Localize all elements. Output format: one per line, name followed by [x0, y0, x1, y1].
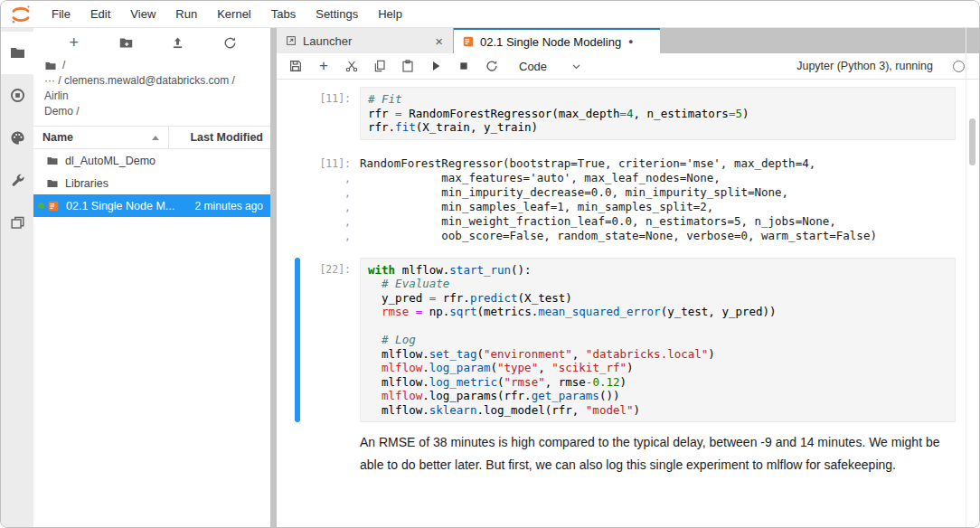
scissors-icon — [344, 59, 359, 73]
menu-run[interactable]: Run — [165, 7, 207, 21]
plus-icon: + — [319, 57, 328, 75]
jupyterlab-window: File Edit View Run Kernel Tabs Settings … — [0, 0, 980, 528]
copy-icon — [372, 59, 387, 73]
cell-prompt — [300, 429, 360, 476]
breadcrumb-path[interactable]: ··· / clemens.mewald@databricks.com / Ai… — [44, 73, 261, 104]
refresh-button[interactable] — [220, 33, 240, 52]
file-row[interactable]: 02.1 Single Node M...2 minutes ago — [33, 194, 270, 217]
unsaved-changes-dot[interactable]: ● — [628, 37, 633, 46]
menu-file[interactable]: File — [42, 7, 80, 21]
chevron-down-icon — [570, 61, 582, 72]
code-editor[interactable]: # Fitrfr = RandomForestRegressor(max_dep… — [360, 87, 956, 140]
stop-button[interactable] — [456, 58, 472, 74]
home-folder-icon — [44, 60, 57, 72]
tab-notebook[interactable]: 02.1 Single Node Modeling ● — [454, 28, 660, 53]
paste-cells-button[interactable] — [400, 58, 416, 74]
copy-cells-button[interactable] — [372, 58, 388, 74]
refresh-icon — [222, 35, 238, 51]
kernel-indicator-icon — [953, 61, 965, 72]
sidebar-tab-files[interactable] — [1, 32, 33, 74]
upload-button[interactable] — [168, 33, 188, 52]
close-tab-button[interactable]: × — [433, 34, 445, 48]
sidebar-tab-inspector[interactable] — [1, 159, 33, 202]
code-editor[interactable]: with mlflow.start_run(): # Evaluate y_pr… — [360, 258, 956, 423]
sidebar-tab-commands[interactable] — [1, 117, 33, 159]
folder-icon — [46, 155, 59, 167]
new-folder-button[interactable] — [116, 33, 136, 52]
stop-icon — [457, 59, 471, 73]
file-list-header: Name Last Modified — [33, 126, 270, 149]
jupyter-logo-icon — [9, 3, 33, 26]
tab-launcher[interactable]: Launcher × — [277, 28, 454, 53]
notebook-icon — [462, 35, 475, 48]
menu-edit[interactable]: Edit — [80, 7, 120, 21]
menu-view[interactable]: View — [120, 7, 165, 21]
panel-divider[interactable] — [270, 28, 277, 527]
sidebar-tab-running[interactable] — [1, 74, 33, 117]
wrench-icon — [9, 172, 26, 189]
launcher-icon — [285, 34, 297, 47]
tab-label: Launcher — [303, 34, 352, 48]
file-name: 02.1 Single Node M... — [66, 200, 174, 212]
restart-kernel-button[interactable] — [484, 58, 500, 74]
add-cell-button[interactable]: + — [316, 58, 332, 74]
markdown-cell: An RMSE of 38 minutes is high compared t… — [295, 429, 956, 476]
markdown-text: An RMSE of 38 minutes is high compared t… — [360, 429, 956, 476]
sidebar-tab-open-tabs[interactable] — [1, 202, 33, 244]
file-name: dl_AutoML_Demo — [65, 155, 155, 167]
tab-label: 02.1 Single Node Modeling — [480, 35, 621, 49]
cell-prompt: [22]: — [300, 258, 360, 423]
breadcrumb-root[interactable]: / — [62, 58, 65, 73]
new-folder-icon — [118, 35, 134, 51]
column-name-header[interactable]: Name — [33, 127, 169, 148]
running-sessions-icon — [9, 87, 26, 104]
code-cell: [11]:# Fitrfr = RandomForestRegressor(ma… — [295, 87, 956, 140]
save-icon — [288, 59, 303, 73]
column-modified-header[interactable]: Last Modified — [169, 131, 270, 144]
cell-prompt: [11]:,,,,, — [300, 152, 360, 243]
menu-tabs[interactable]: Tabs — [261, 7, 306, 21]
folder-icon — [9, 44, 26, 61]
cell-type-value: Code — [519, 60, 547, 73]
scrollbar-track[interactable] — [966, 28, 979, 527]
notebook-cells: [11]:# Fitrfr = RandomForestRegressor(ma… — [277, 80, 979, 527]
run-button[interactable] — [428, 58, 444, 74]
menu-kernel[interactable]: Kernel — [207, 7, 261, 21]
breadcrumb[interactable]: / ··· / clemens.mewald@databricks.com / … — [33, 57, 270, 126]
notebook-icon — [47, 200, 60, 212]
upload-icon — [170, 35, 185, 51]
output-cell: [11]:,,,,,RandomForestRegressor(bootstra… — [295, 147, 956, 243]
file-row[interactable]: dl_AutoML_Demo — [33, 149, 270, 172]
file-modified: 2 minutes ago — [195, 200, 270, 212]
tab-bar: Launcher × 02.1 Single Node Modeling ● — [277, 28, 979, 53]
file-browser-toolbar: + — [33, 28, 270, 57]
file-browser-panel: + / ··· / clemens.mewald@databricks.com … — [33, 28, 270, 527]
folder-icon — [46, 177, 59, 190]
sort-ascending-icon — [152, 136, 159, 140]
cell-prompt: [11]: — [300, 87, 360, 140]
file-name: Libraries — [65, 177, 108, 190]
new-launcher-button[interactable]: + — [64, 33, 84, 52]
scrollbar-thumb[interactable] — [969, 118, 975, 165]
breadcrumb-path-2[interactable]: Demo / — [44, 104, 261, 119]
output-text: RandomForestRegressor(bootstrap=True, cr… — [360, 152, 948, 243]
paste-icon — [400, 59, 415, 73]
menu-help[interactable]: Help — [368, 7, 412, 21]
restart-icon — [485, 59, 499, 73]
menu-bar: File Edit View Run Kernel Tabs Settings … — [1, 1, 979, 28]
file-list: dl_AutoML_DemoLibraries02.1 Single Node … — [33, 149, 270, 527]
open-tabs-icon — [9, 214, 26, 231]
kernel-running-dot — [38, 203, 44, 209]
main-area: Launcher × 02.1 Single Node Modeling ● + — [277, 28, 979, 527]
save-button[interactable] — [287, 58, 304, 74]
file-row[interactable]: Libraries — [33, 172, 270, 194]
plus-icon: + — [69, 33, 79, 52]
cut-cells-button[interactable] — [344, 58, 360, 74]
palette-icon — [9, 129, 26, 146]
activity-bar — [1, 28, 33, 527]
menu-settings[interactable]: Settings — [306, 7, 368, 21]
cell-type-dropdown[interactable]: Code — [519, 60, 582, 73]
notebook-toolbar: + Code — [277, 53, 979, 80]
kernel-status-text: Jupyter (Python 3), running — [796, 60, 933, 72]
run-icon — [429, 59, 443, 73]
